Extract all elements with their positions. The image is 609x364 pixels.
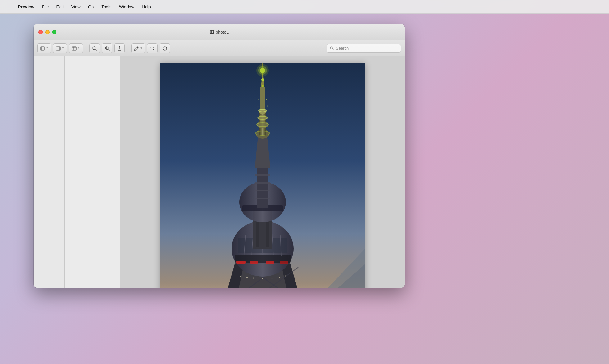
separator-1 bbox=[86, 44, 86, 53]
tower-scene-background bbox=[160, 63, 365, 288]
share-button[interactable] bbox=[114, 43, 125, 53]
sidebar-icon bbox=[40, 46, 45, 51]
rotate-icon bbox=[150, 46, 155, 51]
svg-point-35 bbox=[246, 277, 248, 278]
svg-point-40 bbox=[285, 275, 286, 277]
search-icon bbox=[330, 46, 334, 50]
svg-rect-32 bbox=[266, 261, 274, 264]
sidebar-toggle-button-1[interactable]: ▼ bbox=[37, 43, 51, 53]
menu-help[interactable]: Help bbox=[139, 3, 154, 11]
svg-point-60 bbox=[257, 121, 268, 128]
svg-rect-56 bbox=[255, 198, 270, 199]
tower-svg bbox=[160, 63, 365, 288]
menu-preview[interactable]: Preview bbox=[15, 3, 38, 11]
zoom-in-button[interactable] bbox=[102, 43, 112, 53]
menu-view[interactable]: View bbox=[68, 3, 84, 11]
svg-point-34 bbox=[240, 276, 241, 277]
window-title: 🖼 photo1 bbox=[210, 30, 229, 35]
preview-window: 🖼 photo1 ▼ ▼ bbox=[34, 24, 405, 288]
file-icon: 🖼 bbox=[210, 30, 214, 35]
svg-point-70 bbox=[262, 85, 264, 87]
svg-rect-53 bbox=[255, 174, 270, 176]
menu-go[interactable]: Go bbox=[85, 3, 97, 11]
sidebar-right-icon bbox=[56, 46, 61, 51]
photo-display bbox=[160, 63, 365, 288]
view-grid-icon bbox=[72, 46, 77, 51]
svg-point-68 bbox=[256, 64, 269, 77]
svg-rect-31 bbox=[250, 261, 258, 264]
svg-point-69 bbox=[261, 78, 264, 81]
apple-menu[interactable] bbox=[5, 4, 11, 10]
svg-point-76 bbox=[266, 99, 267, 100]
svg-rect-2 bbox=[56, 47, 61, 50]
svg-rect-52 bbox=[257, 168, 268, 208]
zoom-out-icon bbox=[92, 46, 97, 51]
svg-rect-55 bbox=[255, 190, 270, 191]
close-button[interactable] bbox=[38, 30, 43, 34]
toolbar: ▼ ▼ ▼ bbox=[34, 40, 405, 56]
window-body bbox=[34, 56, 405, 288]
search-field[interactable]: Search bbox=[327, 44, 401, 53]
dropdown-arrow-icon: ▼ bbox=[46, 47, 48, 50]
window-title-text: photo1 bbox=[216, 30, 229, 35]
markup-button[interactable]: ▼ bbox=[131, 43, 145, 53]
annotate-icon bbox=[162, 46, 167, 51]
svg-point-37 bbox=[262, 278, 263, 279]
svg-rect-4 bbox=[72, 47, 76, 50]
share-icon bbox=[117, 46, 122, 51]
menu-file[interactable]: File bbox=[39, 3, 52, 11]
pencil-dropdown-arrow: ▼ bbox=[140, 47, 142, 50]
svg-rect-54 bbox=[255, 182, 270, 184]
svg-point-77 bbox=[258, 106, 259, 107]
menubar: Preview File Edit View Go Tools Window H… bbox=[0, 0, 609, 14]
svg-point-36 bbox=[253, 278, 254, 279]
separator-2 bbox=[128, 44, 128, 53]
svg-point-61 bbox=[258, 115, 267, 121]
menu-edit[interactable]: Edit bbox=[53, 3, 67, 11]
svg-line-18 bbox=[333, 49, 334, 50]
rotate-button[interactable] bbox=[147, 43, 158, 53]
dropdown-arrow-icon-2: ▼ bbox=[62, 47, 64, 50]
menu-tools[interactable]: Tools bbox=[98, 3, 115, 11]
main-content bbox=[120, 56, 405, 288]
traffic-lights bbox=[38, 30, 56, 34]
search-placeholder: Search bbox=[336, 46, 349, 51]
minimize-button[interactable] bbox=[45, 30, 50, 34]
svg-rect-33 bbox=[280, 261, 288, 264]
zoom-in-icon bbox=[105, 46, 110, 51]
titlebar: 🖼 photo1 bbox=[34, 24, 405, 40]
svg-point-39 bbox=[279, 277, 280, 278]
svg-point-75 bbox=[258, 99, 259, 100]
sidebar-left bbox=[34, 56, 65, 288]
zoom-out-button[interactable] bbox=[89, 43, 100, 53]
sidebar-thumbnails bbox=[65, 56, 120, 288]
svg-line-8 bbox=[96, 49, 97, 51]
pencil-icon bbox=[134, 46, 139, 51]
svg-point-16 bbox=[165, 49, 165, 50]
menu-window[interactable]: Window bbox=[116, 3, 138, 11]
maximize-button[interactable] bbox=[52, 30, 56, 34]
annotate-button[interactable] bbox=[160, 43, 170, 53]
svg-point-78 bbox=[267, 106, 268, 107]
svg-point-38 bbox=[272, 278, 273, 279]
sidebar-toggle-button-2[interactable]: ▼ bbox=[53, 43, 67, 53]
dropdown-arrow-icon-3: ▼ bbox=[78, 47, 80, 50]
view-toggle-button[interactable]: ▼ bbox=[69, 43, 83, 53]
svg-line-11 bbox=[108, 49, 109, 51]
svg-rect-0 bbox=[40, 47, 45, 50]
svg-rect-30 bbox=[236, 261, 246, 264]
